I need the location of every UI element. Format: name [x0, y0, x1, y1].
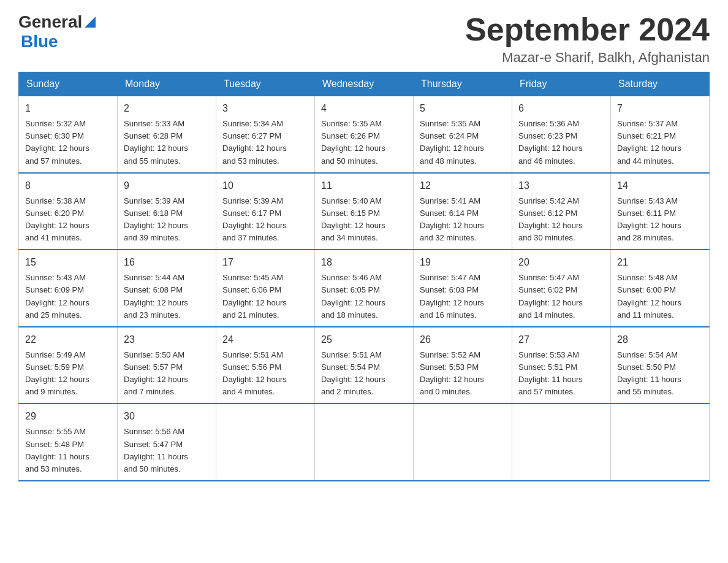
day-info: Sunrise: 5:49 AM Sunset: 5:59 PM Dayligh…	[25, 349, 111, 399]
day-number: 23	[124, 332, 210, 347]
logo-general-text: General	[18, 12, 82, 32]
calendar-cell: 26Sunrise: 5:52 AM Sunset: 5:53 PM Dayli…	[414, 327, 512, 404]
day-number: 13	[518, 178, 604, 193]
day-info: Sunrise: 5:35 AM Sunset: 6:26 PM Dayligh…	[321, 118, 407, 167]
day-number: 19	[420, 255, 506, 270]
day-info: Sunrise: 5:36 AM Sunset: 6:23 PM Dayligh…	[518, 118, 604, 167]
calendar-header-wednesday: Wednesday	[315, 72, 414, 96]
calendar-cell: 6Sunrise: 5:36 AM Sunset: 6:23 PM Daylig…	[512, 96, 611, 173]
calendar-cell: 3Sunrise: 5:34 AM Sunset: 6:27 PM Daylig…	[216, 96, 315, 173]
day-number: 20	[518, 255, 604, 270]
day-number: 22	[25, 332, 111, 347]
day-number: 2	[124, 101, 210, 116]
day-info: Sunrise: 5:56 AM Sunset: 5:47 PM Dayligh…	[124, 426, 210, 475]
day-number: 21	[617, 255, 703, 270]
calendar-cell: 20Sunrise: 5:47 AM Sunset: 6:02 PM Dayli…	[512, 250, 611, 327]
calendar-cell: 8Sunrise: 5:38 AM Sunset: 6:20 PM Daylig…	[19, 173, 118, 250]
day-info: Sunrise: 5:51 AM Sunset: 5:56 PM Dayligh…	[222, 349, 308, 399]
day-number: 5	[420, 101, 506, 116]
calendar-week-row: 8Sunrise: 5:38 AM Sunset: 6:20 PM Daylig…	[19, 173, 710, 250]
calendar-week-row: 1Sunrise: 5:32 AM Sunset: 6:30 PM Daylig…	[19, 96, 710, 173]
calendar-cell: 2Sunrise: 5:33 AM Sunset: 6:28 PM Daylig…	[118, 96, 216, 173]
day-number: 3	[222, 101, 308, 116]
day-number: 17	[222, 255, 308, 270]
title-block: September 2024 Mazar-e Sharif, Balkh, Af…	[465, 12, 710, 66]
calendar-header-friday: Friday	[512, 72, 611, 96]
calendar-cell	[216, 404, 315, 481]
day-info: Sunrise: 5:39 AM Sunset: 6:18 PM Dayligh…	[124, 195, 210, 245]
calendar-week-row: 22Sunrise: 5:49 AM Sunset: 5:59 PM Dayli…	[19, 327, 710, 404]
calendar-table: SundayMondayTuesdayWednesdayThursdayFrid…	[18, 72, 710, 481]
calendar-cell: 10Sunrise: 5:39 AM Sunset: 6:17 PM Dayli…	[216, 173, 315, 250]
day-number: 4	[321, 101, 407, 116]
location-title: Mazar-e Sharif, Balkh, Afghanistan	[465, 50, 710, 66]
calendar-cell: 15Sunrise: 5:43 AM Sunset: 6:09 PM Dayli…	[19, 250, 118, 327]
calendar-cell: 30Sunrise: 5:56 AM Sunset: 5:47 PM Dayli…	[118, 404, 216, 481]
day-number: 16	[124, 255, 210, 270]
day-info: Sunrise: 5:45 AM Sunset: 6:06 PM Dayligh…	[222, 272, 308, 321]
day-info: Sunrise: 5:47 AM Sunset: 6:03 PM Dayligh…	[420, 272, 506, 321]
day-info: Sunrise: 5:55 AM Sunset: 5:48 PM Dayligh…	[25, 426, 111, 475]
calendar-cell: 22Sunrise: 5:49 AM Sunset: 5:59 PM Dayli…	[19, 327, 118, 404]
calendar-cell: 16Sunrise: 5:44 AM Sunset: 6:08 PM Dayli…	[118, 250, 216, 327]
day-info: Sunrise: 5:50 AM Sunset: 5:57 PM Dayligh…	[124, 349, 210, 399]
calendar-cell: 11Sunrise: 5:40 AM Sunset: 6:15 PM Dayli…	[315, 173, 414, 250]
calendar-week-row: 29Sunrise: 5:55 AM Sunset: 5:48 PM Dayli…	[19, 404, 710, 481]
day-number: 10	[222, 178, 308, 193]
calendar-cell: 12Sunrise: 5:41 AM Sunset: 6:14 PM Dayli…	[414, 173, 512, 250]
calendar-cell: 29Sunrise: 5:55 AM Sunset: 5:48 PM Dayli…	[19, 404, 118, 481]
calendar-cell: 4Sunrise: 5:35 AM Sunset: 6:26 PM Daylig…	[315, 96, 414, 173]
day-info: Sunrise: 5:46 AM Sunset: 6:05 PM Dayligh…	[321, 272, 407, 321]
day-number: 26	[420, 332, 506, 347]
calendar-cell	[611, 404, 710, 481]
calendar-header-monday: Monday	[118, 72, 216, 96]
day-info: Sunrise: 5:53 AM Sunset: 5:51 PM Dayligh…	[518, 349, 604, 399]
day-info: Sunrise: 5:33 AM Sunset: 6:28 PM Dayligh…	[124, 118, 210, 167]
day-info: Sunrise: 5:48 AM Sunset: 6:00 PM Dayligh…	[617, 272, 703, 321]
page-header: General Blue September 2024 Mazar-e Shar…	[18, 12, 710, 66]
day-number: 7	[617, 101, 703, 116]
day-info: Sunrise: 5:38 AM Sunset: 6:20 PM Dayligh…	[25, 195, 111, 245]
day-info: Sunrise: 5:54 AM Sunset: 5:50 PM Dayligh…	[617, 349, 703, 399]
day-number: 14	[617, 178, 703, 193]
day-info: Sunrise: 5:42 AM Sunset: 6:12 PM Dayligh…	[518, 195, 604, 245]
day-number: 25	[321, 332, 407, 347]
day-number: 1	[25, 101, 111, 116]
day-info: Sunrise: 5:41 AM Sunset: 6:14 PM Dayligh…	[420, 195, 506, 245]
calendar-cell: 19Sunrise: 5:47 AM Sunset: 6:03 PM Dayli…	[414, 250, 512, 327]
day-info: Sunrise: 5:34 AM Sunset: 6:27 PM Dayligh…	[222, 118, 308, 167]
day-info: Sunrise: 5:51 AM Sunset: 5:54 PM Dayligh…	[321, 349, 407, 399]
day-number: 9	[124, 178, 210, 193]
calendar-week-row: 15Sunrise: 5:43 AM Sunset: 6:09 PM Dayli…	[19, 250, 710, 327]
day-info: Sunrise: 5:43 AM Sunset: 6:09 PM Dayligh…	[25, 272, 111, 321]
day-number: 27	[518, 332, 604, 347]
day-info: Sunrise: 5:32 AM Sunset: 6:30 PM Dayligh…	[25, 118, 111, 167]
calendar-cell: 24Sunrise: 5:51 AM Sunset: 5:56 PM Dayli…	[216, 327, 315, 404]
calendar-cell: 18Sunrise: 5:46 AM Sunset: 6:05 PM Dayli…	[315, 250, 414, 327]
calendar-cell: 5Sunrise: 5:35 AM Sunset: 6:24 PM Daylig…	[414, 96, 512, 173]
day-number: 29	[25, 409, 111, 424]
day-number: 24	[222, 332, 308, 347]
calendar-cell: 21Sunrise: 5:48 AM Sunset: 6:00 PM Dayli…	[611, 250, 710, 327]
calendar-cell: 17Sunrise: 5:45 AM Sunset: 6:06 PM Dayli…	[216, 250, 315, 327]
day-number: 28	[617, 332, 703, 347]
calendar-cell	[512, 404, 611, 481]
calendar-header-row: SundayMondayTuesdayWednesdayThursdayFrid…	[19, 72, 710, 96]
day-number: 8	[25, 178, 111, 193]
calendar-cell: 27Sunrise: 5:53 AM Sunset: 5:51 PM Dayli…	[512, 327, 611, 404]
day-number: 6	[518, 101, 604, 116]
calendar-cell	[414, 404, 512, 481]
calendar-cell: 25Sunrise: 5:51 AM Sunset: 5:54 PM Dayli…	[315, 327, 414, 404]
calendar-cell: 23Sunrise: 5:50 AM Sunset: 5:57 PM Dayli…	[118, 327, 216, 404]
calendar-header-saturday: Saturday	[611, 72, 710, 96]
day-number: 18	[321, 255, 407, 270]
day-info: Sunrise: 5:40 AM Sunset: 6:15 PM Dayligh…	[321, 195, 407, 245]
day-info: Sunrise: 5:52 AM Sunset: 5:53 PM Dayligh…	[420, 349, 506, 399]
day-number: 15	[25, 255, 111, 270]
day-info: Sunrise: 5:43 AM Sunset: 6:11 PM Dayligh…	[617, 195, 703, 245]
calendar-header-thursday: Thursday	[414, 72, 512, 96]
day-info: Sunrise: 5:37 AM Sunset: 6:21 PM Dayligh…	[617, 118, 703, 167]
calendar-cell: 14Sunrise: 5:43 AM Sunset: 6:11 PM Dayli…	[611, 173, 710, 250]
calendar-cell: 9Sunrise: 5:39 AM Sunset: 6:18 PM Daylig…	[118, 173, 216, 250]
logo-blue-text: Blue	[21, 32, 58, 51]
